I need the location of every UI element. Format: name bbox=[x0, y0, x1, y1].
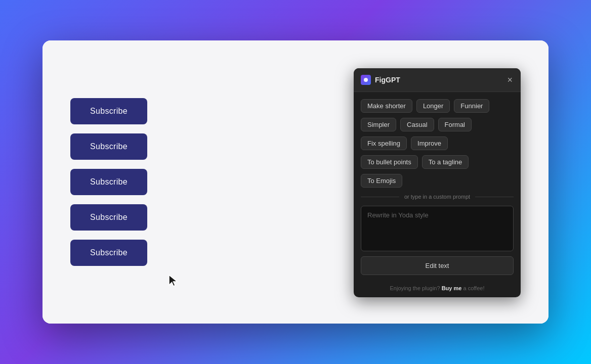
divider-line-right bbox=[475, 197, 514, 197]
tag-fix-spelling[interactable]: Fix spelling bbox=[361, 136, 407, 150]
tag-formal[interactable]: Formal bbox=[438, 118, 472, 131]
tag-make-shorter[interactable]: Make shorter bbox=[361, 99, 412, 113]
edit-text-button[interactable]: Edit text bbox=[361, 256, 514, 275]
tag-bullet-points[interactable]: To bullet points bbox=[361, 155, 418, 169]
subscribe-button-1[interactable]: Subscribe bbox=[70, 98, 147, 124]
panel-header: FigGPT × bbox=[354, 68, 521, 92]
tag-row-4: To bullet points To a tagline bbox=[361, 155, 514, 169]
panel-body: Make shorter Longer Funnier Simpler Casu… bbox=[354, 92, 521, 282]
plugin-panel: FigGPT × Make shorter Longer Funnier Sim… bbox=[354, 68, 521, 297]
tag-improve[interactable]: Improve bbox=[411, 136, 448, 150]
subscribe-button-4[interactable]: Subscribe bbox=[70, 204, 147, 231]
tag-row-1: Make shorter Longer Funnier bbox=[361, 99, 514, 113]
tag-emojis[interactable]: To Emojis bbox=[361, 174, 402, 188]
figma-logo-icon bbox=[361, 75, 371, 85]
footer-suffix: a coffee! bbox=[463, 285, 484, 291]
footer-text: Enjoying the plugin? Buy me a coffee! bbox=[354, 282, 521, 297]
divider-text: or type in a custom prompt bbox=[404, 194, 470, 200]
divider-row: or type in a custom prompt bbox=[361, 194, 514, 200]
footer-static: Enjoying the plugin? bbox=[390, 285, 440, 291]
svg-point-1 bbox=[364, 78, 368, 82]
panel-title: FigGPT bbox=[375, 76, 400, 84]
app-window: Subscribe Subscribe Subscribe Subscribe … bbox=[43, 40, 548, 324]
buy-me-link[interactable]: Buy me bbox=[442, 285, 462, 291]
tag-simpler[interactable]: Simpler bbox=[361, 118, 396, 131]
tag-casual[interactable]: Casual bbox=[400, 118, 434, 131]
subscribe-button-3[interactable]: Subscribe bbox=[70, 169, 147, 195]
subscribe-button-2[interactable]: Subscribe bbox=[70, 133, 147, 160]
close-button[interactable]: × bbox=[506, 74, 514, 85]
tag-row-2: Simpler Casual Formal bbox=[361, 118, 514, 131]
tag-row-3: Fix spelling Improve bbox=[361, 136, 514, 150]
tag-funnier[interactable]: Funnier bbox=[454, 99, 489, 113]
subscribe-button-5[interactable]: Subscribe bbox=[70, 240, 147, 266]
tag-longer[interactable]: Longer bbox=[416, 99, 450, 113]
tag-tagline[interactable]: To a tagline bbox=[422, 155, 469, 169]
custom-prompt-input[interactable] bbox=[361, 206, 514, 251]
panel-header-left: FigGPT bbox=[361, 75, 400, 85]
divider-line-left bbox=[361, 197, 399, 197]
tag-row-5: To Emojis bbox=[361, 174, 514, 188]
